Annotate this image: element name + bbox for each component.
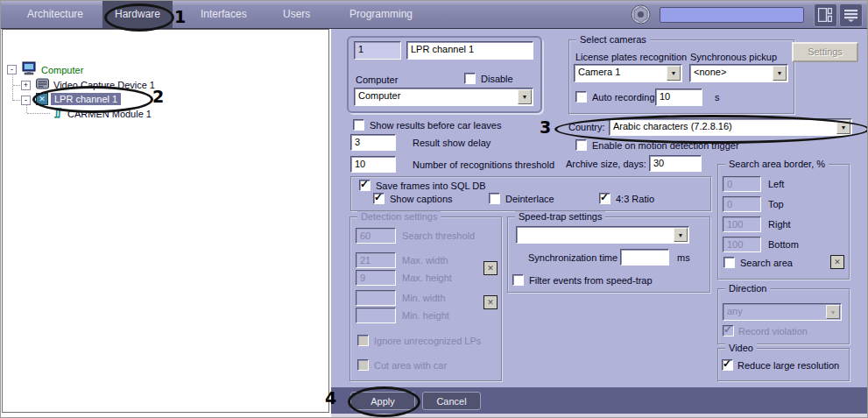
speed-trap-title: Speed-trap settings [515,211,605,222]
max-width-label: Max. width [402,255,448,266]
tree-item-carmen-module[interactable]: CARMEN Module 1 [67,109,152,119]
record-violation-checkbox: ✓ [723,325,734,337]
window-menu-button[interactable] [839,4,863,27]
search-threshold-label: Search threshold [402,230,475,241]
cut-area-label: Cut area with car [374,360,447,371]
seconds-unit-label: s [715,92,720,103]
border-top-field: 0 [723,196,761,212]
settings-button[interactable]: Settings [792,42,858,62]
menu-lines-icon [844,9,857,24]
ignore-unrecognized-label: Ignore unrecognized LPs [374,336,481,346]
search-input[interactable] [660,7,804,23]
auto-recording-checkbox[interactable] [575,91,587,103]
menu-item-interfaces[interactable]: Interfaces [201,1,247,28]
save-frames-sql-checkbox[interactable]: ✓ [359,180,370,191]
ratio-checkbox[interactable]: ✓ [599,193,610,204]
layout-grid-button[interactable] [814,4,837,27]
deinterlace-checkbox[interactable] [489,193,500,204]
show-results-checkbox[interactable] [353,119,364,131]
border-left-label: Left [768,179,784,189]
reduce-resolution-label: Reduce large resolution [737,360,839,371]
lpr-camera-select[interactable]: Camera 1 ▼ [574,64,682,82]
search-area-checkbox[interactable] [723,257,735,268]
tree-collapse-toggle[interactable]: - [7,65,17,74]
menu-item-users[interactable]: Users [283,1,310,28]
recognitions-threshold-field[interactable]: 10 [350,156,396,173]
clear-max-size-button[interactable]: ✕ [483,261,498,275]
show-captions-checkbox[interactable]: ✓ [373,193,385,204]
chevron-down-icon: ▼ [667,66,681,81]
reduce-resolution-checkbox[interactable]: ✓ [722,359,733,371]
detection-settings-title: Detection settings [357,211,441,222]
border-bottom-field: 100 [723,237,761,252]
border-top-label: Top [768,199,784,209]
show-captions-label: Show captions [390,194,453,204]
record-violation-label: Record violation [738,326,808,337]
cut-area-checkbox [357,359,369,371]
tree-item-video-capture-device[interactable]: Video Capture Device 1 [53,80,155,90]
object-name-field[interactable]: LPR channel 1 [406,41,533,60]
bottom-strip [331,414,868,418]
border-right-field: 100 [723,216,761,232]
computer-icon [22,61,37,77]
search-threshold-field: 60 [356,228,396,244]
tree-connector [12,75,13,101]
max-height-label: Max. height [402,273,452,283]
archive-size-field[interactable]: 30 [649,155,702,172]
min-width-label: Min. width [402,293,446,303]
auto-recording-time-field[interactable]: 10 [655,89,702,106]
video-device-icon [36,78,49,91]
ms-unit-label: ms [677,252,690,263]
cancel-button[interactable]: Cancel [422,392,481,410]
search-area-border-title: Search area border, % [725,159,829,169]
speed-trap-select[interactable]: ▼ [516,226,689,244]
ratio-label: 4:3 Ratio [616,194,654,204]
menu-item-programming[interactable]: Programming [349,1,413,28]
direction-title: Direction [725,283,770,294]
border-bottom-label: Bottom [768,239,799,250]
disable-checkbox[interactable] [464,73,476,84]
min-height-label: Min. height [402,310,449,321]
search-area-label: Search area [740,258,793,268]
save-frames-sql-label: Save frames into SQL DB [376,181,486,191]
computer-label: Computer [356,74,398,85]
direction-select: any ▼ [723,303,842,321]
sync-pickup-select[interactable]: <none> ▼ [689,64,788,82]
clear-min-size-button[interactable]: ✕ [483,295,498,309]
tree-expand-toggle[interactable]: + [21,81,31,90]
tree-connector [27,113,50,114]
disable-label: Disable [481,74,513,84]
apply-button[interactable]: Apply [350,392,415,410]
tree-connector [26,105,27,113]
menu-item-hardware[interactable]: Hardware [102,1,173,28]
motion-trigger-label: Enable on motion detection trigger [592,140,739,151]
logo-icon [631,4,651,26]
object-id-field[interactable]: 1 [354,41,401,60]
filter-speed-trap-checkbox[interactable] [512,274,524,286]
country-select[interactable]: Arabic characters (7.2.8.16) ▼ [609,118,852,136]
deinterlace-label: Deinterlace [505,194,554,204]
tree-item-computer[interactable]: Computer [41,65,83,75]
carmen-module-icon: ∬ [52,106,64,118]
chevron-down-icon: ▼ [826,305,840,319]
tree-item-lpr-channel[interactable]: LPR channel 1 [51,93,121,105]
synchronization-time-field[interactable] [620,249,669,266]
hardware-tree-panel: - Computer + Video Capture Device 1 - ✕ … [2,29,329,413]
recognitions-threshold-label: Number of recognitions threshold [413,159,554,170]
archive-size-label: Archive size, days: [566,159,646,169]
min-width-field [356,290,396,306]
menu-item-architecture[interactable]: Architecture [27,1,83,28]
result-show-delay-field[interactable]: 3 [350,134,396,151]
clear-search-area-button[interactable]: ✕ [830,255,844,269]
filter-speed-trap-label: Filter events from speed-trap [529,275,653,286]
select-cameras-title: Select cameras [576,34,650,45]
computer-select[interactable]: Computer ▼ [354,88,533,106]
tree-collapse-toggle[interactable]: - [21,96,31,105]
border-left-field: 0 [723,176,761,192]
motion-trigger-checkbox[interactable] [575,139,587,151]
app-window: Architecture Hardware Interfaces Users P… [0,0,868,418]
layout-grid-icon [818,8,832,24]
auto-recording-label: Auto recording [592,92,655,103]
result-show-delay-label: Result show delay [413,138,490,148]
country-label: Country: [568,122,605,132]
